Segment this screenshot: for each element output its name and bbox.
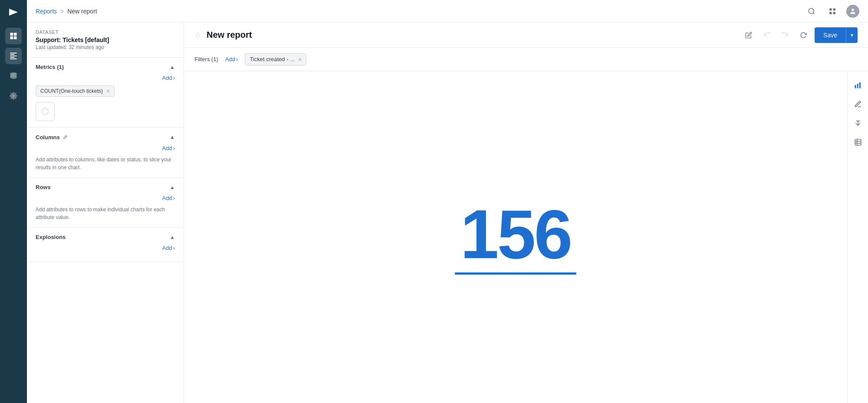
explosions-chevron[interactable]: ▲ [170,234,175,240]
dataset-updated: Last updated: 32 minutes ago [36,44,175,50]
svg-rect-11 [833,12,835,14]
left-nav [0,0,27,403]
save-button-group: Save ▾ [815,27,858,43]
svg-rect-8 [829,8,832,10]
columns-chevron[interactable]: ▲ [170,134,175,140]
report-title: New report [207,30,252,40]
right-main: ☆ New report [184,23,868,403]
dataset-label: Dataset [36,29,175,35]
columns-section: Columns ⇗ ▲ Add › Add attributes to colu… [27,128,184,178]
columns-add-link[interactable]: Add › [36,145,175,151]
main-wrapper: Reports > New report [27,0,868,403]
chart-type-icon[interactable] [851,78,865,92]
svg-rect-13 [855,85,856,88]
svg-rect-3 [10,36,13,39]
big-number-display: 156 [455,200,576,275]
columns-header: Columns ⇗ ▲ [36,134,175,141]
refresh-icon[interactable] [796,28,810,42]
undo-icon[interactable] [760,28,774,42]
nav-item-dashboard[interactable] [5,28,22,44]
breadcrumb-current: New report [67,8,97,15]
metrics-chevron[interactable]: ▲ [170,64,175,70]
top-bar-actions [805,4,859,18]
svg-rect-15 [859,82,861,88]
svg-rect-14 [857,84,858,88]
metric-tag-0[interactable]: COUNT(One-touch tickets) × [36,85,115,97]
report-actions: Save ▾ [742,27,858,43]
breadcrumb: Reports > New report [36,8,97,15]
explosions-add-link[interactable]: Add › [36,245,175,251]
table-icon[interactable] [851,135,865,149]
sort-icon[interactable] [851,116,865,130]
rows-add-link[interactable]: Add › [36,195,175,201]
save-button[interactable]: Save [815,27,846,43]
metrics-title: Metrics (1) [36,64,64,70]
left-panel: Dataset Support: Tickets [default] Last … [27,23,184,403]
svg-rect-10 [829,12,832,14]
svg-rect-1 [10,33,13,36]
nav-item-settings[interactable] [5,88,22,104]
svg-marker-0 [9,9,18,16]
metrics-header: Metrics (1) ▲ [36,64,175,70]
svg-rect-2 [14,33,17,36]
dataset-section: Dataset Support: Tickets [default] Last … [27,23,184,58]
content-row: Dataset Support: Tickets [default] Last … [27,23,868,403]
explosions-title: Explosions [36,234,66,240]
big-number-underline [455,272,576,275]
rows-hint: Add attributes to rows to make individua… [36,206,175,221]
svg-rect-9 [833,8,835,10]
right-sidebar [847,71,868,403]
columns-title: Columns ⇗ [36,134,68,141]
dataset-name: Support: Tickets [default] [36,36,175,43]
filters-label: Filters (1) [194,56,218,62]
search-button[interactable] [805,4,819,18]
chart-area: 156 [184,71,847,403]
redo-icon[interactable] [778,28,792,42]
metrics-add-link[interactable]: Add › [36,75,175,81]
app-logo [7,5,20,19]
svg-point-12 [852,9,854,11]
edit-icon[interactable] [742,28,756,42]
columns-hint: Add attributes to columns, like dates or… [36,156,175,171]
filter-tag-0[interactable]: Ticket created - ... × [245,53,306,66]
filters-bar: Filters (1) Add › Ticket created - ... × [184,48,868,71]
top-bar: Reports > New report [27,0,868,23]
rows-section: Rows ▲ Add › Add attributes to rows to m… [27,178,184,228]
nav-item-database[interactable] [5,68,22,84]
filter-icon-box[interactable] [36,102,55,121]
star-icon[interactable]: ☆ [194,30,201,40]
big-number-value: 156 [460,200,571,269]
breadcrumb-sep: > [60,8,64,15]
rows-header: Rows ▲ [36,184,175,190]
filter-remove-0[interactable]: × [298,56,302,63]
explosions-section: Explosions ▲ Add › [27,228,184,262]
report-title-row: ☆ New report [194,30,252,40]
grid-button[interactable] [825,4,839,18]
explosions-header: Explosions ▲ [36,234,175,240]
rows-title: Rows [36,184,51,190]
report-header: ☆ New report [184,23,868,48]
user-avatar[interactable] [846,5,859,18]
rows-chevron[interactable]: ▲ [170,184,175,190]
nav-item-reports[interactable] [5,48,22,64]
svg-rect-4 [14,36,17,39]
add-filter-link[interactable]: Add › [225,56,238,62]
metrics-section: Metrics (1) ▲ Add › COUNT(One-touch tick… [27,58,184,128]
breadcrumb-reports-link[interactable]: Reports [36,8,57,15]
columns-link-icon[interactable]: ⇗ [62,134,68,141]
metric-remove-0[interactable]: × [106,88,110,94]
pencil-icon[interactable] [851,97,865,111]
svg-point-6 [809,8,814,13]
save-dropdown-button[interactable]: ▾ [846,27,858,43]
svg-rect-18 [855,139,861,145]
svg-line-7 [813,13,814,14]
